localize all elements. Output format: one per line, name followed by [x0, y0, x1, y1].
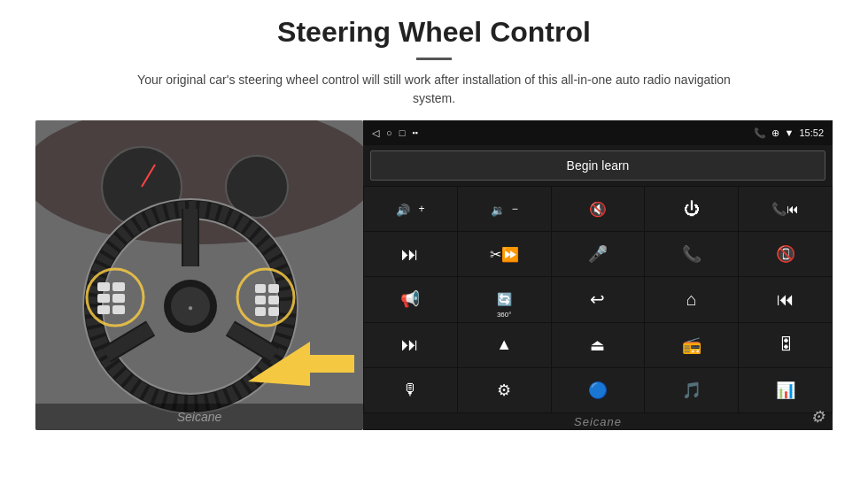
- call-button[interactable]: 📞: [645, 232, 738, 276]
- content-area: ●: [35, 120, 833, 485]
- mic2-button[interactable]: 🎙: [364, 368, 457, 412]
- statusbar-status: 📞 ⊕ ▼ 15:52: [754, 127, 824, 139]
- svg-rect-24: [112, 305, 125, 314]
- begin-learn-row: Begin learn: [363, 145, 833, 186]
- begin-learn-button[interactable]: Begin learn: [370, 150, 825, 181]
- phone-icon: 📞: [754, 127, 766, 139]
- back-nav-icon[interactable]: ◁: [372, 127, 379, 139]
- svg-rect-29: [268, 296, 279, 304]
- navigate-button[interactable]: ▲: [458, 323, 551, 367]
- page-subtitle: Your original car's steering wheel contr…: [124, 71, 744, 108]
- next-track-button[interactable]: ⏭: [364, 232, 457, 276]
- skip-fwd-button[interactable]: ⏭: [364, 323, 457, 367]
- radio-button[interactable]: 📻: [645, 323, 738, 367]
- svg-rect-28: [255, 296, 266, 304]
- signal-icon: ▪▪: [412, 128, 417, 137]
- svg-rect-20: [112, 282, 125, 291]
- phone-prev-button[interactable]: 📞⏮: [739, 187, 832, 231]
- svg-text:●: ●: [188, 303, 193, 312]
- gear-icon[interactable]: ⚙: [810, 407, 825, 427]
- vol-down-button[interactable]: 🔉 −: [458, 187, 551, 231]
- settings-button[interactable]: ⚙: [458, 368, 551, 412]
- watermark-row: Seicane ⚙: [363, 413, 833, 430]
- eject-button[interactable]: ⏏: [552, 323, 645, 367]
- title-divider: [416, 58, 452, 60]
- svg-rect-30: [255, 307, 266, 316]
- back-button[interactable]: ↩: [552, 277, 645, 321]
- hang-up-button[interactable]: 📵: [739, 232, 832, 276]
- wifi-icon: ▼: [785, 127, 794, 138]
- bluetooth-button[interactable]: 🔵: [552, 368, 645, 412]
- music-button[interactable]: 🎵: [645, 368, 738, 412]
- svg-rect-21: [97, 294, 110, 303]
- svg-rect-31: [268, 307, 279, 316]
- svg-rect-27: [268, 284, 279, 293]
- watermark-text: Seicane: [574, 415, 622, 428]
- fast-fwd-button[interactable]: ✂⏩: [458, 232, 551, 276]
- gps-icon: ⊕: [771, 127, 779, 139]
- svg-text:🔊: 🔊: [396, 203, 411, 218]
- page-title: Steering Wheel Control: [277, 16, 591, 49]
- 360cam-button[interactable]: 🔄 360°: [458, 277, 551, 321]
- statusbar-nav: ◁ ○ □ ▪▪: [372, 127, 418, 139]
- steering-wheel-svg: ●: [35, 120, 363, 430]
- svg-text:🔉: 🔉: [491, 203, 506, 218]
- steering-wheel-image: ●: [35, 120, 363, 430]
- power-button[interactable]: ⏻: [645, 187, 738, 231]
- recents-nav-icon[interactable]: □: [399, 127, 406, 138]
- svg-rect-19: [97, 282, 110, 291]
- android-panel: ◁ ○ □ ▪▪ 📞 ⊕ ▼ 15:52 Begin learn: [363, 120, 833, 430]
- svg-rect-22: [112, 294, 125, 303]
- mute-button[interactable]: 🔇: [552, 187, 645, 231]
- horn-button[interactable]: 📢: [364, 277, 457, 321]
- rewind-button[interactable]: ⏮: [739, 277, 832, 321]
- mic-button[interactable]: 🎤: [552, 232, 645, 276]
- svg-rect-26: [255, 284, 266, 293]
- page-container: Steering Wheel Control Your original car…: [0, 0, 868, 485]
- home-nav-icon[interactable]: ○: [386, 127, 392, 138]
- spectrum-button[interactable]: 📊: [739, 368, 832, 412]
- vol-up-button[interactable]: 🔊 +: [364, 187, 457, 231]
- controls-grid: 🔊 + 🔉 − 🔇 ⏻ 📞⏮ ⏭: [363, 186, 833, 413]
- svg-rect-23: [97, 305, 110, 314]
- eq-button[interactable]: 🎛: [739, 323, 832, 367]
- clock: 15:52: [799, 127, 824, 138]
- home-button[interactable]: ⌂: [645, 277, 738, 321]
- svg-text:Seicane: Seicane: [177, 410, 222, 424]
- statusbar: ◁ ○ □ ▪▪ 📞 ⊕ ▼ 15:52: [363, 120, 833, 145]
